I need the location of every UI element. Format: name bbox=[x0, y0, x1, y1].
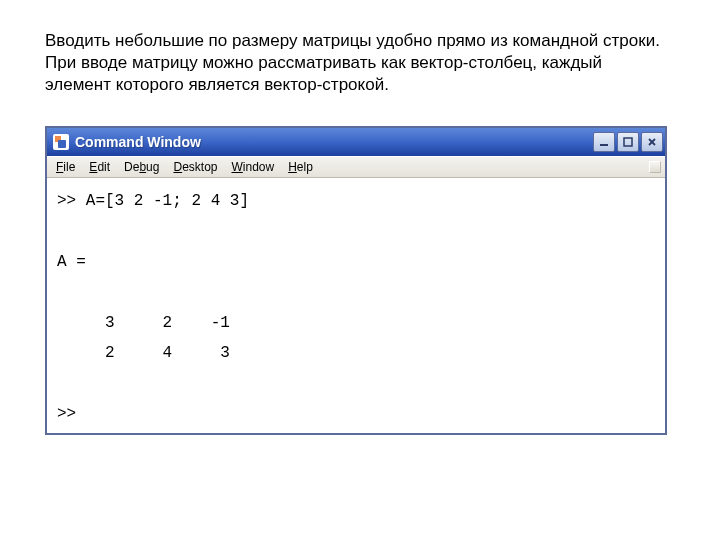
menu-item-help[interactable]: Help bbox=[281, 158, 320, 176]
menu-item-edit[interactable]: Edit bbox=[82, 158, 117, 176]
window-title: Command Window bbox=[75, 134, 593, 150]
menu-item-debug[interactable]: Debug bbox=[117, 158, 166, 176]
menu-item-desktop[interactable]: Desktop bbox=[166, 158, 224, 176]
minimize-icon bbox=[599, 137, 609, 147]
app-icon bbox=[53, 134, 69, 150]
maximize-button[interactable] bbox=[617, 132, 639, 152]
menu-bar: File Edit Debug Desktop Window Help bbox=[47, 156, 665, 178]
close-button[interactable] bbox=[641, 132, 663, 152]
title-bar: Command Window bbox=[47, 128, 665, 156]
close-icon bbox=[647, 137, 657, 147]
minimize-button[interactable] bbox=[593, 132, 615, 152]
intro-paragraph: Вводить небольшие по размеру матрицы удо… bbox=[45, 30, 665, 96]
maximize-icon bbox=[623, 137, 633, 147]
svg-rect-1 bbox=[624, 138, 632, 146]
console-area[interactable]: >> A=[3 2 -1; 2 4 3] A = 3 2 -1 2 4 3 >> bbox=[47, 178, 665, 433]
menu-item-file[interactable]: File bbox=[49, 158, 82, 176]
command-window: Command Window bbox=[45, 126, 667, 435]
menu-item-window[interactable]: Window bbox=[224, 158, 281, 176]
svg-rect-0 bbox=[600, 144, 608, 146]
window-buttons-group bbox=[593, 132, 663, 152]
